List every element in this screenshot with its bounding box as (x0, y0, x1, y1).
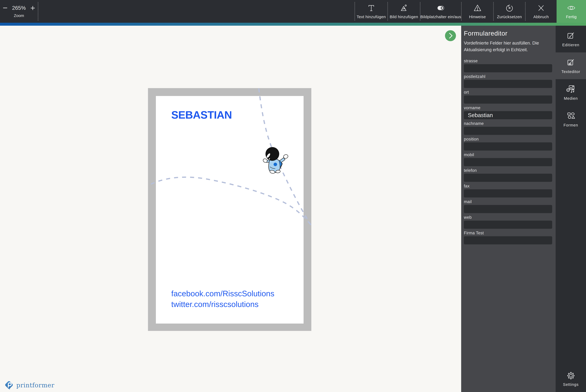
form-field-row: fax (464, 184, 552, 198)
rail-item-editieren[interactable]: Editieren (556, 26, 586, 52)
form-field-label: web (464, 215, 552, 220)
form-field-row: web (464, 215, 552, 229)
panel-subtitle-line-1: Vordefinierte Felder hier ausfüllen. Die (464, 40, 552, 46)
form-field-row: telefon (464, 168, 552, 182)
form-field-label: nachname (464, 121, 552, 126)
form-field-label: vorname (464, 106, 552, 110)
zoom-controls: − 265% + Zoom (0, 0, 38, 23)
close-icon (537, 4, 545, 12)
done-button[interactable]: Fertig (556, 0, 586, 23)
toolbar-divider (387, 2, 388, 21)
rail-item-label: Medien (564, 96, 578, 101)
form-field-row: position (464, 137, 552, 150)
toolbar-divider (38, 2, 38, 21)
top-toolbar: − 265% + Zoom Text hinzufügen Bild hinzu… (0, 0, 586, 23)
form-field-input-postleitzahl[interactable] (464, 80, 552, 88)
panel-collapse-button[interactable] (445, 30, 456, 41)
edit-icon (566, 31, 575, 40)
toolbar-spacer (38, 0, 355, 23)
form-field-input-strasse[interactable] (464, 64, 552, 72)
accent-gradient-bar (0, 23, 586, 26)
form-field-label: mobil (464, 152, 552, 157)
panel-title: Formulareditor (464, 30, 552, 37)
toolbar-divider (355, 2, 355, 21)
form-field-label: postleitzahl (464, 74, 552, 79)
add-text-button[interactable]: Text hinzufügen (355, 0, 387, 23)
warning-icon (473, 4, 482, 12)
form-field-input-fax[interactable] (464, 189, 552, 198)
image-placeholder-toggle-label: Bildplatzhalter ein/aus (420, 14, 461, 19)
form-field-input-mail[interactable] (464, 205, 552, 213)
image-add-icon (399, 4, 408, 12)
rail-item-texteditor[interactable]: Texteditor (556, 52, 586, 79)
form-editor-panel: Formulareditor Vordefinierte Felder hier… (461, 26, 556, 392)
toolbar-divider (461, 2, 462, 21)
text-add-icon (367, 4, 376, 12)
reset-button[interactable]: Zurücksetzen (494, 0, 525, 23)
text-editor-icon (566, 58, 575, 67)
form-field-label: Firma Test (464, 231, 552, 235)
form-field-label: position (464, 137, 552, 142)
business-card-page[interactable]: SEBASTIAN facebook.com/RisscSolutions tw… (156, 96, 304, 324)
form-field-input-telefon[interactable] (464, 174, 552, 182)
form-field-row: strasse (464, 59, 552, 72)
reset-label: Zurücksetzen (497, 14, 522, 19)
card-social-links[interactable]: facebook.com/RisscSolutions twitter.com/… (171, 288, 274, 310)
rail-item-settings[interactable]: Settings (556, 368, 586, 390)
form-field-row: mail (464, 200, 552, 213)
form-field-label: ort (464, 90, 552, 94)
form-field-label: telefon (464, 168, 552, 173)
toolbar-divider (420, 2, 420, 21)
reset-icon (505, 4, 514, 12)
add-image-button[interactable]: Bild hinzufügen (388, 0, 420, 23)
printformer-brand[interactable]: printformer (4, 380, 55, 390)
facebook-link-text: facebook.com/RisscSolutions (171, 288, 274, 299)
image-placeholder-toggle-button[interactable]: Bildplatzhalter ein/aus (420, 0, 461, 23)
shapes-icon (566, 111, 575, 120)
eye-icon (567, 4, 576, 12)
form-field-input-nachname[interactable] (464, 127, 552, 135)
rail-item-formen[interactable]: Formen (556, 106, 586, 133)
rail-item-label: Formen (563, 123, 578, 128)
form-field-input-vorname[interactable] (464, 111, 552, 119)
zoom-label: Zoom (14, 13, 24, 18)
panel-subtitle: Vordefinierte Felder hier ausfüllen. Die… (464, 40, 552, 53)
hints-button[interactable]: Hinweise (462, 0, 493, 23)
panel-subtitle-line-2: Aktualisierung erfolgt in Echtzeit. (464, 46, 552, 53)
form-field-row: Firma Test (464, 231, 552, 244)
form-field-row: ort (464, 90, 552, 104)
zoom-level-value: 265% (12, 5, 26, 11)
form-field-input-ort[interactable] (464, 96, 552, 104)
zoom-out-button[interactable]: − (3, 5, 8, 10)
card-name-text[interactable]: SEBASTIAN (171, 109, 232, 121)
twitter-link-text: twitter.com/risscsolutions (171, 299, 274, 310)
add-image-label: Bild hinzufügen (390, 14, 418, 19)
form-field-input-position[interactable] (464, 142, 552, 150)
rail-item-medien[interactable]: Medien (556, 79, 586, 106)
zoom-in-button[interactable]: + (30, 5, 35, 10)
form-field-label: fax (464, 184, 552, 188)
rail-item-label: Settings (563, 382, 579, 387)
printformer-logo-text: printformer (16, 382, 55, 389)
form-field-row: vorname (464, 106, 552, 119)
form-field-row: mobil (464, 152, 552, 166)
form-field-input-mobil[interactable] (464, 158, 552, 166)
rail-item-label: Editieren (562, 43, 579, 47)
tool-rail: Editieren Texteditor Medien Formen (556, 26, 586, 392)
form-field-input-firma-test[interactable] (464, 236, 552, 244)
design-canvas[interactable]: SEBASTIAN facebook.com/RisscSolutions tw… (0, 26, 461, 392)
done-label: Fertig (566, 14, 577, 19)
form-field-input-web[interactable] (464, 220, 552, 229)
printformer-logo-icon (4, 380, 14, 390)
form-field-row: nachname (464, 121, 552, 135)
cancel-button[interactable]: Abbruch (525, 0, 556, 23)
rail-item-label: Texteditor (561, 70, 580, 74)
form-field-row: postleitzahl (464, 74, 552, 88)
form-field-label: mail (464, 200, 552, 204)
chevron-right-icon (445, 30, 456, 41)
form-field-label: strasse (464, 59, 552, 63)
gear-icon (566, 371, 575, 380)
add-text-label: Text hinzufügen (357, 14, 386, 19)
hints-label: Hinweise (469, 14, 486, 19)
toolbar-divider (493, 2, 494, 21)
